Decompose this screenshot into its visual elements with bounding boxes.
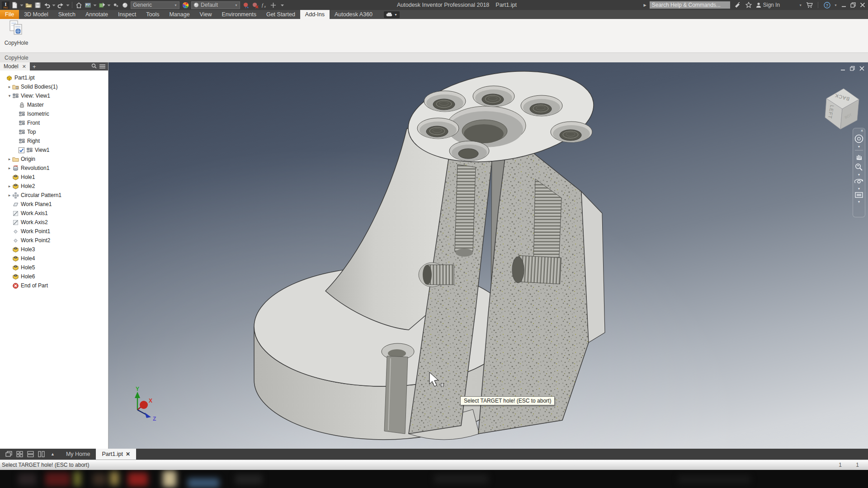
tree-item-revolution1[interactable]: ▸ Revolution1 — [0, 164, 108, 173]
tree-item-work-point2[interactable]: Work Point2 — [0, 236, 108, 245]
3d-model-canvas[interactable]: BACK LEFT BOT — [108, 62, 868, 449]
chevron-down-icon[interactable]: ▼ — [858, 173, 861, 176]
sign-in-button[interactable]: Sign In ▼ — [756, 2, 802, 8]
tree-item-work-axis2[interactable]: Work Axis2 — [0, 218, 108, 227]
tree-item-solid-bodies-1-[interactable]: ▸ Solid Bodies(1) — [0, 82, 108, 91]
ribbon-tab-annotate[interactable]: Annotate — [80, 10, 113, 19]
expand-arrow-icon[interactable]: ▸ — [7, 157, 12, 161]
look-at-icon[interactable] — [854, 192, 863, 199]
update-icon[interactable] — [98, 1, 106, 9]
tree-item-front[interactable]: Front — [0, 118, 108, 127]
expand-arrow-icon[interactable]: ▾ — [7, 94, 12, 98]
home-icon[interactable] — [75, 1, 83, 9]
help-icon[interactable]: ? — [823, 1, 831, 9]
dropdown-icon[interactable] — [52, 1, 56, 9]
tree-item-hole3[interactable]: Hole3 — [0, 245, 108, 254]
ribbon-tab-tools[interactable]: Tools — [141, 10, 164, 19]
tree-item-part1-ipt[interactable]: Part1.ipt — [0, 73, 108, 82]
tree-item-hole4[interactable]: Hole4 — [0, 254, 108, 263]
tree-item-view1[interactable]: View1 — [0, 145, 108, 155]
tree-item-circular-pattern1[interactable]: ▸ Circular Pattern1 — [0, 191, 108, 200]
chevron-down-icon[interactable]: ▼ — [858, 187, 861, 190]
ribbon-tab-sketch[interactable]: Sketch — [53, 10, 80, 19]
save-icon[interactable] — [33, 1, 42, 9]
view-cube[interactable]: BACK LEFT BOT — [825, 89, 859, 129]
viewport-minimize-button[interactable] — [841, 65, 845, 73]
tree-item-hole6[interactable]: Hole6 — [0, 272, 108, 281]
browser-tab-model[interactable]: Model ✕ — [0, 62, 30, 70]
dropdown-icon[interactable] — [19, 1, 24, 9]
tree-item-work-plane1[interactable]: Work Plane1 — [0, 200, 108, 209]
copyhole-button[interactable]: CopyHole — [2, 20, 31, 52]
chevron-down-icon[interactable]: ▼ — [858, 200, 861, 203]
tree-item-origin[interactable]: ▸ Origin — [0, 155, 108, 164]
tree-item-view-view1[interactable]: ▾ View: View1 — [0, 91, 108, 100]
navigation-wheel-icon[interactable] — [854, 134, 864, 144]
collapse-tabs-icon[interactable]: ▲ — [51, 452, 55, 456]
render-image-icon[interactable] — [84, 1, 92, 9]
viewport-close-button[interactable] — [859, 65, 864, 73]
color-wheel-icon[interactable] — [181, 1, 189, 9]
ribbon-tab-add-ins[interactable]: Add-Ins — [300, 10, 330, 19]
appearance-dropdown[interactable]: Default ▼ — [191, 1, 240, 9]
a360-sync-icon[interactable]: ▼ — [384, 11, 400, 18]
plus-icon[interactable] — [269, 1, 277, 9]
navbar-close-icon[interactable]: ✕ — [860, 129, 863, 133]
expand-arrow-icon[interactable]: ▸ — [7, 184, 12, 188]
pan-hand-icon[interactable] — [854, 153, 863, 161]
chevron-down-icon[interactable] — [278, 1, 286, 9]
inventor-logo[interactable]: IPRO — [1, 1, 9, 9]
select-dot-icon[interactable] — [112, 1, 120, 9]
ribbon-tab-get-started[interactable]: Get Started — [261, 10, 300, 19]
dropdown-icon[interactable] — [107, 1, 111, 9]
tree-item-end-of-part[interactable]: End of Part — [0, 281, 108, 290]
tree-item-hole5[interactable]: Hole5 — [0, 263, 108, 272]
close-icon[interactable]: ✕ — [126, 451, 130, 457]
store-cart-icon[interactable] — [805, 1, 813, 9]
expand-arrow-icon[interactable]: ▸ — [7, 84, 12, 89]
restore-button[interactable] — [850, 2, 856, 8]
open-file-icon[interactable] — [24, 1, 33, 9]
expand-arrow-icon[interactable]: ▸ — [7, 166, 12, 170]
favorites-star-icon[interactable] — [745, 1, 753, 9]
chevron-down-icon[interactable]: ▼ — [858, 145, 861, 148]
dropdown-icon[interactable] — [93, 1, 97, 9]
ribbon-tab-view[interactable]: View — [195, 10, 217, 19]
ribbon-tab-autodesk-a360[interactable]: Autodesk A360 — [330, 10, 377, 19]
zoom-icon[interactable] — [854, 163, 863, 172]
tile-horizontal-icon[interactable] — [27, 451, 34, 457]
close-button[interactable] — [859, 2, 866, 8]
navigation-bar[interactable]: ✕ ▼ ▼ ▼ ▼ — [853, 128, 865, 217]
ribbon-tab-manage[interactable]: Manage — [164, 10, 194, 19]
graphics-viewport[interactable]: BACK LEFT BOT ✕ — [108, 62, 868, 449]
tree-item-top[interactable]: Top — [0, 127, 108, 136]
visibility-checkbox[interactable] — [18, 147, 25, 154]
ribbon-tab-inspect[interactable]: Inspect — [113, 10, 141, 19]
expand-arrow-icon[interactable]: ▸ — [7, 193, 12, 197]
material-dropdown[interactable]: Generic ▼ — [131, 1, 179, 9]
fx-icon[interactable]: fx — [260, 1, 268, 9]
search-expand-icon[interactable]: ▶ — [644, 3, 646, 7]
comm-center-icon[interactable] — [733, 1, 741, 9]
browser-menu-icon[interactable] — [99, 62, 105, 70]
tree-item-master[interactable]: Master — [0, 100, 108, 109]
document-tab-my-home[interactable]: My Home — [60, 449, 96, 460]
cascade-windows-icon[interactable] — [5, 451, 12, 457]
new-file-icon[interactable] — [10, 1, 19, 9]
ribbon-tab-3d-model[interactable]: 3D Model — [19, 10, 53, 19]
tile-windows-icon[interactable] — [16, 451, 23, 457]
redo-icon[interactable] — [57, 1, 65, 9]
tree-item-hole1[interactable]: Hole1 — [0, 173, 108, 182]
ribbon-tab-environments[interactable]: Environments — [217, 10, 261, 19]
tree-item-work-axis1[interactable]: Work Axis1 — [0, 209, 108, 218]
ribbon-tab-file[interactable]: File — [0, 10, 19, 19]
document-tab-part1-ipt[interactable]: Part1.ipt✕ — [96, 449, 136, 460]
tree-item-hole2[interactable]: ▸ Hole2 — [0, 182, 108, 191]
close-icon[interactable]: ✕ — [22, 64, 26, 70]
tile-vertical-icon[interactable] — [38, 451, 45, 457]
search-input[interactable]: Search Help & Commands... — [650, 1, 730, 9]
minimize-button[interactable] — [840, 2, 847, 8]
undo-icon[interactable] — [42, 1, 51, 9]
viewport-restore-button[interactable] — [850, 65, 855, 73]
sphere-icon[interactable] — [121, 1, 129, 9]
